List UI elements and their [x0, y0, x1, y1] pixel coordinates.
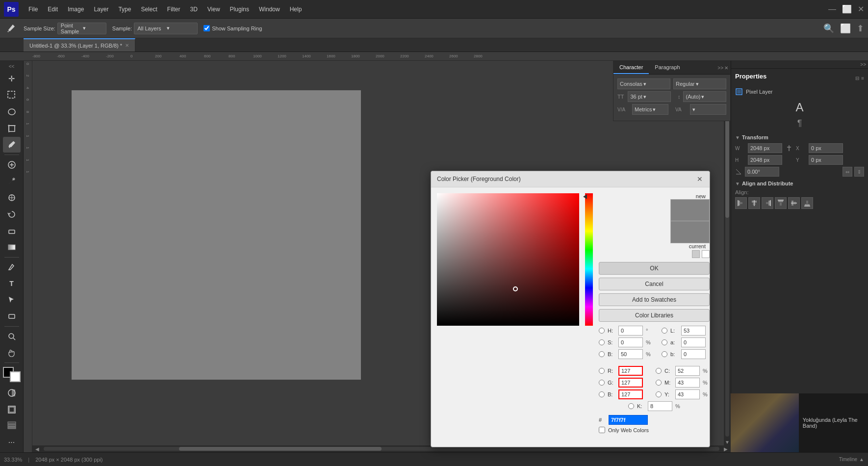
right-panel-collapse-btn[interactable]: >> [860, 62, 866, 67]
h-radio[interactable] [599, 328, 605, 334]
close-button[interactable]: ✕ [858, 4, 864, 14]
toolbar-collapse-btn[interactable]: << [8, 63, 16, 70]
quick-mask-btn[interactable] [3, 385, 21, 401]
h-cv-input[interactable] [618, 326, 643, 336]
panel-close-btn[interactable]: ✕ [724, 65, 728, 71]
k-radio[interactable] [628, 403, 634, 409]
font-style-dropdown[interactable]: Regular ▾ [673, 78, 726, 89]
sample-dropdown[interactable]: All Layers ▾ [134, 23, 198, 34]
b3-cv-input[interactable] [618, 389, 643, 399]
history-tool-btn[interactable] [3, 207, 21, 222]
move-tool-btn[interactable]: ✛ [3, 71, 21, 87]
align-h-center-btn[interactable] [748, 197, 760, 209]
kerning-dropdown[interactable]: ▾ [690, 104, 726, 115]
m-radio[interactable] [656, 380, 662, 386]
b-radio[interactable] [599, 351, 605, 357]
pen-tool-btn[interactable] [3, 259, 21, 275]
y-radio[interactable] [656, 391, 662, 397]
lasso-tool-btn[interactable] [3, 104, 21, 120]
c-radio[interactable] [656, 368, 662, 374]
b2-cv-input[interactable] [681, 349, 706, 359]
b3-radio[interactable] [599, 391, 605, 397]
font-size-dropdown[interactable]: 36 pt ▾ [628, 91, 671, 102]
menu-layer[interactable]: Layer [90, 4, 112, 15]
menu-plugins[interactable]: Plugins [226, 4, 253, 15]
align-v-center-btn[interactable] [788, 197, 800, 209]
menu-type[interactable]: Type [114, 4, 135, 15]
screen-mode-icon[interactable]: ⬜ [840, 23, 851, 34]
add-to-swatches-button[interactable]: Add to Swatches [599, 293, 710, 306]
menu-view[interactable]: View [204, 4, 224, 15]
s-cv-input[interactable] [618, 337, 643, 347]
align-left-edges-btn[interactable] [735, 197, 747, 209]
search-icon[interactable]: 🔍 [823, 23, 834, 34]
y-input[interactable] [809, 155, 843, 165]
align-top-edges-btn[interactable] [775, 197, 787, 209]
r-radio[interactable] [599, 368, 605, 374]
type-tool-btn[interactable]: T [3, 276, 21, 291]
color-gradient-picker[interactable] [437, 193, 579, 326]
panel-expand-btn[interactable]: >> [717, 65, 723, 71]
align-section-header[interactable]: ▼ Align and Distribute [735, 181, 864, 186]
scroll-left-btn[interactable]: ◀ [32, 446, 42, 452]
tab-paragraph[interactable]: Paragraph [649, 61, 686, 74]
clone-tool-btn[interactable] [3, 190, 21, 206]
align-right-edges-btn[interactable] [762, 197, 773, 209]
link-icon[interactable] [785, 144, 793, 152]
menu-file[interactable]: File [25, 4, 42, 15]
k-cv-input[interactable] [648, 401, 672, 411]
timeline-tab-btn[interactable]: Timeline [839, 457, 857, 462]
props-icon1[interactable]: ⊟ [855, 76, 859, 81]
canvas-document[interactable] [72, 90, 361, 380]
l-radio[interactable] [662, 328, 667, 334]
only-web-colors-checkbox[interactable] [599, 427, 605, 433]
scroll-thumb-h[interactable] [179, 447, 382, 451]
cancel-button[interactable]: Cancel [599, 278, 710, 290]
y-cv-input[interactable] [675, 389, 700, 399]
m-cv-input[interactable] [675, 378, 700, 388]
selection-tool-btn[interactable] [3, 88, 21, 104]
menu-help[interactable]: Help [286, 4, 306, 15]
share-icon[interactable]: ⬆ [857, 23, 864, 34]
color-libraries-button[interactable]: Color Libraries [599, 309, 710, 322]
menu-image[interactable]: Image [64, 4, 88, 15]
x-input[interactable] [809, 143, 843, 153]
line-height-dropdown[interactable]: (Auto) ▾ [683, 91, 726, 102]
more-tools-btn[interactable]: ··· [3, 435, 21, 450]
menu-window[interactable]: Window [255, 4, 284, 15]
b-cv-input[interactable] [618, 349, 643, 359]
scroll-thumb-v[interactable] [725, 108, 729, 217]
menu-select[interactable]: Select [137, 4, 161, 15]
angle-input[interactable] [745, 167, 779, 177]
healing-tool-btn[interactable] [3, 157, 21, 173]
new-color-preview[interactable] [670, 199, 710, 221]
ok-button[interactable]: OK [599, 262, 710, 275]
menu-filter[interactable]: Filter [163, 4, 184, 15]
screen-mode-btn[interactable] [3, 402, 21, 417]
document-tab-0[interactable]: Untitled-1 @ 33.3% (Layer 1, RGB/8) * ✕ [24, 38, 135, 52]
minimize-button[interactable]: — [828, 5, 836, 14]
gradient-tool-btn[interactable] [3, 239, 21, 255]
menu-3d[interactable]: 3D [186, 4, 201, 15]
hand-tool-btn[interactable] [3, 345, 21, 361]
eyedropper-tool-btn[interactable] [3, 137, 21, 153]
font-family-dropdown[interactable]: Consolas ▾ [617, 78, 670, 89]
g-cv-input[interactable] [618, 378, 643, 388]
layers-icon[interactable] [3, 418, 21, 434]
flip-h-btn[interactable]: ⇔ [842, 167, 852, 177]
g-radio[interactable] [599, 380, 605, 386]
w-input[interactable] [748, 143, 782, 153]
current-color-preview[interactable] [670, 221, 710, 243]
shape-tool-btn[interactable] [3, 309, 21, 324]
s-radio[interactable] [599, 339, 605, 345]
show-sampling-ring-checkbox[interactable] [204, 25, 210, 31]
background-color[interactable] [10, 371, 21, 382]
align-bottom-edges-btn[interactable] [801, 197, 813, 209]
sample-size-dropdown[interactable]: Point Sample ▾ [57, 23, 106, 34]
b2-radio[interactable] [662, 351, 667, 357]
props-icon2[interactable]: ≡ [861, 76, 864, 81]
tracking-dropdown[interactable]: Metrics ▾ [632, 104, 668, 115]
flip-v-btn[interactable]: ⇕ [854, 167, 864, 177]
crop-tool-btn[interactable] [3, 121, 21, 136]
h-input[interactable] [748, 155, 782, 165]
